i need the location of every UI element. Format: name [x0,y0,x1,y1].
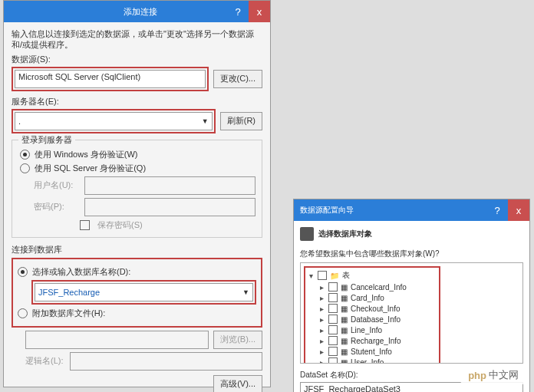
browse-button: 浏览(B)... [213,331,262,349]
help-button[interactable]: ? [227,1,249,22]
logical-name-input [70,352,262,371]
password-input [84,198,255,216]
tree-leaf[interactable]: ▸▦Card_Info [318,292,437,303]
tree-leaf[interactable]: ▸▦Database_Info [318,314,437,324]
datasource-wizard-dialog: 数据源配置向导 ? x 选择数据库对象 您希望数据集中包含哪些数据库对象(W)?… [293,199,530,392]
connect-db-title: 连接到数据库 [12,244,262,255]
attach-db-radio[interactable]: 附加数据库文件(H): [18,308,256,319]
database-icon [300,227,314,241]
instruction-text: 输入信息以连接到选定的数据源，或单击"更改"选择另一个数据源和/或提供程序。 [12,28,262,51]
title-bar: 数据源配置向导 ? x [294,199,529,221]
title-bar: 添加连接 ? x [4,1,270,22]
watermark: php中文网 [460,366,526,384]
datasource-label: 数据源(S): [12,54,262,65]
attach-file-input [25,331,209,349]
tree-leaf[interactable]: ▸▦Cancelcard_Info [318,282,437,292]
save-password-label: 保存密码(S) [97,219,143,231]
database-dropdown[interactable]: JFSF_Recharge ▼ [35,283,253,301]
login-title: 登录到服务器 [18,134,75,146]
windows-auth-radio[interactable]: 使用 Windows 身份验证(W) [20,149,255,160]
chevron-down-icon: ▼ [202,117,209,125]
tree-leaf[interactable]: ▸▦Line_Info [318,324,437,335]
select-db-radio[interactable]: 选择或输入数据库名称(D): [18,266,256,278]
refresh-button[interactable]: 刷新(R) [220,112,262,130]
tree-leaf[interactable]: ▸▦Stutent_Info [318,346,437,357]
login-group: 登录到服务器 使用 Windows 身份验证(W) 使用 SQL Server … [12,140,262,238]
advanced-button[interactable]: 高级(V)... [213,375,262,392]
sql-auth-radio[interactable]: 使用 SQL Server 身份验证(Q) [20,163,255,174]
change-button[interactable]: 更改(C)... [213,70,262,88]
close-button[interactable]: x [508,199,529,221]
datasource-input[interactable]: Microsoft SQL Server (SqlClient) [15,70,206,88]
logical-name-label: 逻辑名(L): [25,355,65,367]
password-label: 密码(P): [34,201,80,212]
tree-leaf[interactable]: ▸▦User_Info [318,357,437,364]
server-dropdown[interactable]: . ▼ [15,112,213,130]
tree-root[interactable]: ▾📁表 [307,269,437,282]
window-title: 数据源配置向导 [300,205,354,216]
server-label: 服务器名(E): [12,96,262,107]
add-connection-dialog: 添加连接 ? x 输入信息以连接到选定的数据源，或单击"更改"选择另一个数据源和… [3,0,271,387]
username-label: 用户名(U): [34,180,80,191]
tree-leaf[interactable]: ▸▦Checkout_Info [318,303,437,314]
wizard-header: 选择数据库对象 [300,226,523,242]
save-password-checkbox [80,220,90,230]
object-tree[interactable]: ▾📁表 ▸▦Cancelcard_Info▸▦Card_Info▸▦Checko… [300,262,523,364]
help-button[interactable]: ? [486,199,508,221]
window-title: 添加连接 [124,6,157,18]
chevron-down-icon: ▼ [242,288,249,296]
close-button[interactable]: x [249,1,270,22]
username-input [84,176,255,195]
tree-leaf[interactable]: ▸▦Recharge_Info [318,335,437,346]
wizard-question: 您希望数据集中包含哪些数据库对象(W)? [300,249,523,259]
